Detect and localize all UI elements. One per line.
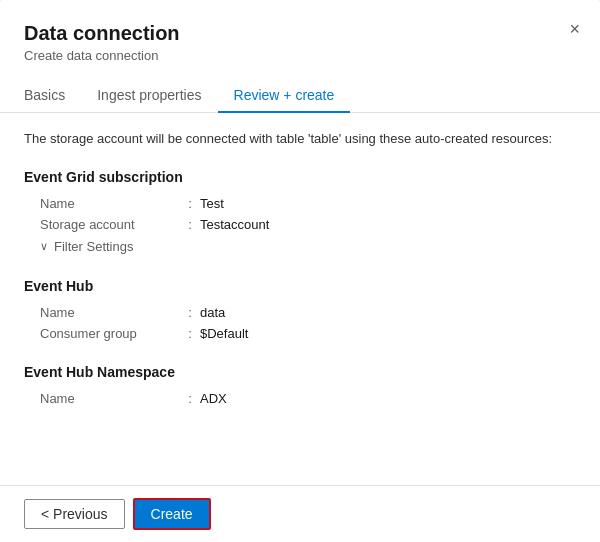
event-hub-name-value: data [200,305,225,320]
chevron-down-icon: ∨ [40,240,48,253]
colon-2: : [180,217,200,232]
tab-ingest-properties[interactable]: Ingest properties [81,79,217,113]
close-button[interactable]: × [565,16,584,42]
tab-bar: Basics Ingest properties Review + create [0,63,600,113]
event-hub-namespace-title: Event Hub Namespace [24,364,576,380]
event-hub-section: Event Hub Name : data Consumer group : $… [24,278,576,344]
previous-button[interactable]: < Previous [24,499,125,529]
event-grid-name-value: Test [200,196,224,211]
data-connection-dialog: Data connection Create data connection ×… [0,0,600,542]
dialog-subtitle: Create data connection [24,48,576,63]
dialog-header: Data connection Create data connection × [0,0,600,63]
create-button[interactable]: Create [133,498,211,530]
tab-basics[interactable]: Basics [24,79,81,113]
dialog-title: Data connection [24,20,576,46]
event-hub-namespace-section: Event Hub Namespace Name : ADX [24,364,576,409]
event-hub-consumer-row: Consumer group : $Default [24,323,576,344]
event-hub-consumer-value: $Default [200,326,248,341]
colon-5: : [180,391,200,406]
tab-review-create[interactable]: Review + create [218,79,351,113]
event-grid-storage-value: Testaccount [200,217,269,232]
filter-settings-row[interactable]: ∨ Filter Settings [24,235,576,258]
colon-3: : [180,305,200,320]
event-grid-name-row: Name : Test [24,193,576,214]
event-grid-name-label: Name [40,196,180,211]
event-grid-storage-label: Storage account [40,217,180,232]
event-hub-name-row: Name : data [24,302,576,323]
filter-settings-label: Filter Settings [54,239,133,254]
colon-1: : [180,196,200,211]
event-hub-namespace-name-row: Name : ADX [24,388,576,409]
event-hub-consumer-label: Consumer group [40,326,180,341]
event-hub-name-label: Name [40,305,180,320]
dialog-footer: < Previous Create [0,485,600,542]
event-grid-storage-row: Storage account : Testaccount [24,214,576,235]
main-content: The storage account will be connected wi… [0,113,600,485]
event-hub-title: Event Hub [24,278,576,294]
event-hub-namespace-name-label: Name [40,391,180,406]
event-hub-namespace-name-value: ADX [200,391,227,406]
event-grid-section: Event Grid subscription Name : Test Stor… [24,169,576,258]
info-text: The storage account will be connected wi… [24,129,576,149]
event-grid-title: Event Grid subscription [24,169,576,185]
colon-4: : [180,326,200,341]
